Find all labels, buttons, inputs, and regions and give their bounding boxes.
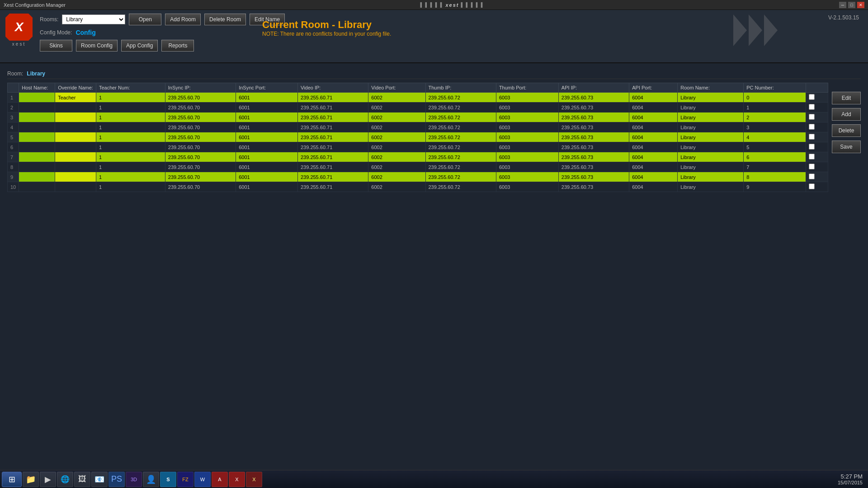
row-checkbox-input[interactable]: [809, 124, 815, 130]
row-cell: [19, 162, 55, 172]
table-row[interactable]: 61239.255.60.706001239.255.60.716002239.…: [8, 142, 828, 152]
row-checkbox[interactable]: [806, 142, 828, 152]
row-cell: 4: [744, 132, 806, 142]
taskbar-icon-pdf[interactable]: A: [212, 472, 228, 487]
skins-button[interactable]: Skins: [40, 40, 72, 52]
room-select[interactable]: Library Room 1 Room 2: [62, 14, 125, 24]
row-cell: 3: [744, 122, 806, 132]
row-cell: 5: [744, 142, 806, 152]
taskbar-icon-word[interactable]: W: [194, 472, 211, 487]
table-row[interactable]: 51239.255.60.706001239.255.60.716002239.…: [8, 132, 828, 142]
table-row[interactable]: 101239.255.60.706001239.255.60.716002239…: [8, 182, 828, 192]
save-button[interactable]: Save: [832, 141, 861, 153]
row-cell: [19, 182, 55, 192]
row-cell: 6001: [236, 122, 298, 132]
row-cell: 6004: [629, 142, 678, 152]
maximize-button[interactable]: □: [848, 2, 855, 8]
row-checkbox[interactable]: [806, 132, 828, 142]
row-number: 10: [8, 182, 19, 192]
table-row[interactable]: 21239.255.60.706001239.255.60.716002239.…: [8, 103, 828, 113]
row-cell: 239.255.60.70: [165, 162, 236, 172]
row-checkbox-input[interactable]: [809, 154, 815, 160]
controls-row3: Skins Room Config App Config Reports: [40, 40, 285, 52]
row-checkbox[interactable]: [806, 93, 828, 103]
app-config-button[interactable]: App Config: [121, 40, 158, 52]
row-cell: 6002: [368, 122, 425, 132]
taskbar-icon-3d[interactable]: 3D: [126, 472, 142, 487]
row-cell: 6004: [629, 172, 678, 182]
open-button[interactable]: Open: [129, 14, 161, 25]
row-cell: 1: [96, 142, 165, 152]
add-room-button[interactable]: Add Room: [165, 14, 201, 25]
current-room-title: Current Room - Library: [262, 19, 391, 31]
taskbar-icon-xest2[interactable]: X: [246, 472, 262, 487]
logo-container: X xest: [5, 14, 33, 47]
add-button[interactable]: Add: [832, 108, 861, 121]
minimize-button[interactable]: ─: [839, 2, 846, 8]
row-checkbox[interactable]: [806, 103, 828, 113]
row-checkbox-input[interactable]: [809, 144, 815, 150]
table-row[interactable]: 1Teacher1239.255.60.706001239.255.60.716…: [8, 93, 828, 103]
row-cell: 239.255.60.71: [297, 172, 368, 182]
row-checkbox[interactable]: [806, 113, 828, 122]
taskbar-icon-folder[interactable]: 📁: [23, 472, 39, 487]
reports-button[interactable]: Reports: [161, 40, 194, 52]
edit-button[interactable]: Edit: [832, 92, 861, 104]
row-checkbox[interactable]: [806, 122, 828, 132]
table-row[interactable]: 31239.255.60.706001239.255.60.716002239.…: [8, 113, 828, 122]
taskbar-icon-filezilla[interactable]: FZ: [177, 472, 193, 487]
taskbar-icon-photo[interactable]: 🖼: [74, 472, 90, 487]
row-checkbox-input[interactable]: [809, 183, 815, 189]
start-button[interactable]: ⊞: [2, 472, 22, 487]
taskbar-icon-user[interactable]: 👤: [143, 472, 159, 487]
taskbar-icon-media[interactable]: ▶: [40, 472, 56, 487]
rooms-label: Rooms:: [40, 16, 58, 23]
taskbar-icon-photoshop[interactable]: PS: [108, 472, 125, 487]
taskbar-icon-chrome[interactable]: 🌐: [57, 472, 73, 487]
row-checkbox-input[interactable]: [809, 114, 815, 120]
room-label: Room:: [7, 70, 23, 77]
row-cell: 6004: [629, 162, 678, 172]
row-number: 4: [8, 122, 19, 132]
row-cell: 6004: [629, 122, 678, 132]
controls-section: Rooms: Library Room 1 Room 2 Open Add Ro…: [40, 14, 285, 52]
row-checkbox-input[interactable]: [809, 104, 815, 110]
row-cell: 239.255.60.70: [165, 142, 236, 152]
row-cell: 239.255.60.73: [558, 142, 629, 152]
table-row[interactable]: 71239.255.60.706001239.255.60.716002239.…: [8, 152, 828, 162]
row-cell: 239.255.60.72: [425, 162, 496, 172]
row-checkbox-input[interactable]: [809, 94, 815, 100]
col-hostname: Host Name:: [19, 83, 55, 93]
delete-button[interactable]: Delete: [832, 124, 861, 137]
delete-room-button[interactable]: Delete Room: [204, 14, 246, 25]
row-cell: 1: [96, 152, 165, 162]
taskbar-icon-skype[interactable]: S: [160, 472, 176, 487]
row-cell: 6004: [629, 132, 678, 142]
taskbar-icon-xest[interactable]: X: [229, 472, 245, 487]
row-cell: 6001: [236, 172, 298, 182]
row-cell: Library: [678, 93, 744, 103]
row-checkbox[interactable]: [806, 182, 828, 192]
taskbar-icon-outlook[interactable]: 📧: [91, 472, 108, 487]
room-config-button[interactable]: Room Config: [76, 40, 118, 52]
row-checkbox[interactable]: [806, 162, 828, 172]
table-row[interactable]: 91239.255.60.706001239.255.60.716002239.…: [8, 172, 828, 182]
clock-date: 15/07/2015: [838, 480, 863, 485]
close-button[interactable]: ✕: [857, 2, 864, 8]
taskbar-tray: 5:27 PM 15/07/2015: [834, 473, 866, 485]
row-cell: 239.255.60.72: [425, 132, 496, 142]
table-row[interactable]: 81239.255.60.706001239.255.60.716002239.…: [8, 162, 828, 172]
row-checkbox[interactable]: [806, 152, 828, 162]
row-checkbox-input[interactable]: [809, 134, 815, 140]
row-cell: 6003: [496, 113, 558, 122]
data-table-container: Host Name: Override Name: Teacher Num: I…: [7, 83, 861, 192]
row-cell: 6001: [236, 103, 298, 113]
row-number: 2: [8, 103, 19, 113]
table-row[interactable]: 41239.255.60.706001239.255.60.716002239.…: [8, 122, 828, 132]
row-cell: 1: [744, 103, 806, 113]
row-cell: 6004: [629, 103, 678, 113]
data-table-wrapper: Host Name: Override Name: Teacher Num: I…: [7, 83, 828, 192]
row-checkbox[interactable]: [806, 172, 828, 182]
row-checkbox-input[interactable]: [809, 174, 815, 179]
row-checkbox-input[interactable]: [809, 164, 815, 169]
